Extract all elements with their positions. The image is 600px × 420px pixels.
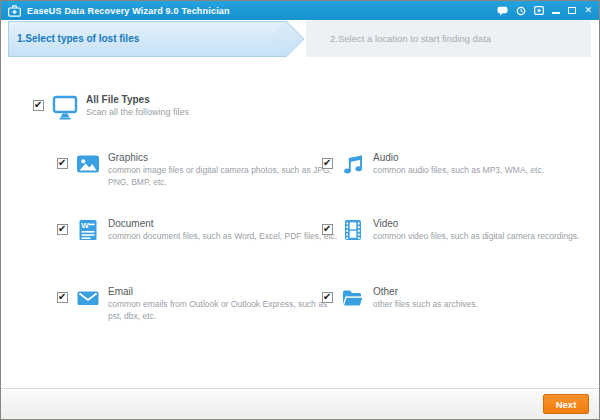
checkbox-all-file-types[interactable] xyxy=(33,100,44,111)
wizard-steps: 1.Select types of lost files 2.Select a … xyxy=(1,20,599,58)
filetype-item-other[interactable]: Other other files such as archives. xyxy=(322,286,600,311)
checkbox-document[interactable] xyxy=(57,224,68,235)
filetype-item-audio[interactable]: Audio common audio files, such as MP3, W… xyxy=(322,152,600,177)
filetype-title: Document xyxy=(108,218,342,229)
filetype-title: Email xyxy=(108,286,342,297)
content-area: All File Types Scan all the following fi… xyxy=(1,58,599,388)
filetype-title: Video xyxy=(373,218,600,229)
history-icon[interactable] xyxy=(516,6,526,16)
window-controls: ✕ xyxy=(497,6,592,16)
feedback-icon[interactable] xyxy=(497,6,508,16)
filetype-item-email[interactable]: Email common emails from Outlook or Outl… xyxy=(57,286,342,322)
word-document-icon: W xyxy=(76,218,100,242)
maximize-icon[interactable] xyxy=(568,7,576,14)
filetype-title: Audio xyxy=(373,152,600,163)
step-1-label: 1.Select types of lost files xyxy=(9,22,286,56)
titlebar[interactable]: EaseUS Data Recovery Wizard 9.0 Technici… xyxy=(1,1,599,20)
minimize-icon[interactable] xyxy=(552,7,560,14)
film-strip-icon xyxy=(341,218,365,242)
step-2-tab: 2.Select a location to start finding dat… xyxy=(306,21,591,57)
filetype-desc: other files such as archives. xyxy=(373,299,600,311)
footer-bar: Next xyxy=(1,388,599,419)
filetype-desc: common document files, such as Word, Exc… xyxy=(108,231,342,243)
music-note-icon xyxy=(341,152,365,176)
app-logo-icon xyxy=(8,5,21,17)
filetype-title: Other xyxy=(373,286,600,297)
filetype-title-all: All File Types xyxy=(86,94,189,105)
step-1-tab: 1.Select types of lost files xyxy=(8,21,286,57)
picture-icon xyxy=(76,152,100,176)
filetype-title: Graphics xyxy=(108,152,342,163)
filetype-item-document[interactable]: W Document common document files, such a… xyxy=(57,218,342,243)
filetype-desc: common image files or digital camera pho… xyxy=(108,165,342,188)
checkbox-other[interactable] xyxy=(322,292,333,303)
step-2-label: 2.Select a location to start finding dat… xyxy=(306,21,591,57)
next-button[interactable]: Next xyxy=(543,394,589,414)
filetype-desc: common emails from Outlook or Outlook Ex… xyxy=(108,299,342,322)
checkbox-graphics[interactable] xyxy=(57,158,68,169)
checkbox-email[interactable] xyxy=(57,292,68,303)
filetype-desc: common video files, such as digital came… xyxy=(373,231,600,243)
filetype-desc: common audio files, such as MP3, WMA, et… xyxy=(373,165,600,177)
envelope-icon xyxy=(76,286,100,310)
filetype-item-video[interactable]: Video common video files, such as digita… xyxy=(322,218,600,243)
filetype-item-graphics[interactable]: Graphics common image files or digital c… xyxy=(57,152,342,188)
window-title: EaseUS Data Recovery Wizard 9.0 Technici… xyxy=(27,6,230,16)
filetype-item-all[interactable]: All File Types Scan all the following fi… xyxy=(33,94,189,121)
svg-text:W: W xyxy=(81,221,89,230)
capture-icon[interactable] xyxy=(534,6,544,15)
filetype-desc-all: Scan all the following files xyxy=(86,107,189,119)
monitor-icon xyxy=(52,94,78,121)
close-icon[interactable]: ✕ xyxy=(584,6,592,15)
folder-icon xyxy=(341,286,365,310)
checkbox-audio[interactable] xyxy=(322,158,333,169)
app-window: EaseUS Data Recovery Wizard 9.0 Technici… xyxy=(0,0,600,420)
checkbox-video[interactable] xyxy=(322,224,333,235)
